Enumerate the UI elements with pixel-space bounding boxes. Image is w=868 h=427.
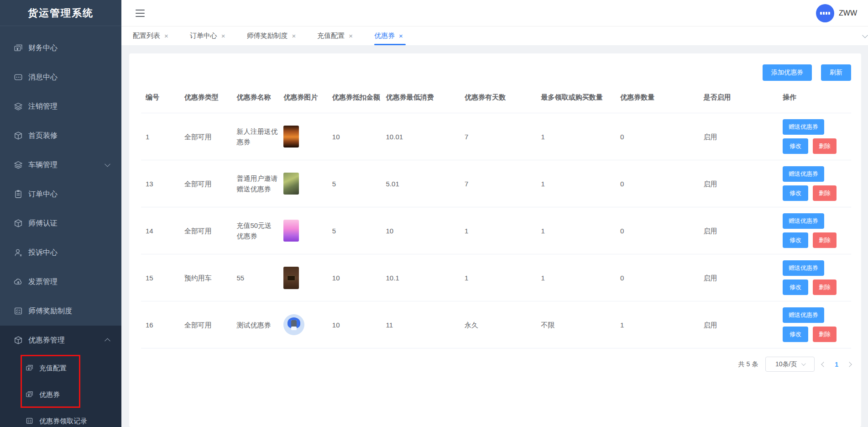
sidebar-item-label: 投诉中心 <box>28 248 58 258</box>
col-header-enabled: 是否启用 <box>704 92 783 102</box>
sidebar-item-message-center[interactable]: 消息中心 <box>0 63 121 92</box>
refresh-button[interactable]: 刷新 <box>821 64 851 81</box>
sidebar-item-vehicle-management[interactable]: 车辆管理 <box>0 150 121 179</box>
sidebar-item-label: 财务中心 <box>28 43 58 53</box>
table-row: 1 全部可用 新人注册送优惠券 10 10.01 7 1 0 启用 赠送优惠券 … <box>141 113 851 160</box>
tab-coupon-active[interactable]: 优惠券 × <box>374 26 403 45</box>
cell-deduct: 5 <box>332 179 386 189</box>
cell-max: 不限 <box>541 320 621 330</box>
next-page-button[interactable] <box>847 362 852 367</box>
cell-qty: 1 <box>620 320 703 330</box>
pagination: 共 5 条 10条/页 1 <box>141 357 851 372</box>
gift-coupon-button[interactable]: 赠送优惠券 <box>783 260 824 276</box>
cube-icon <box>13 131 23 141</box>
tab-config-list[interactable]: 配置列表 × <box>133 26 168 45</box>
delete-button[interactable]: 删除 <box>813 327 837 342</box>
sidebar-item-label: 订单中心 <box>28 190 58 199</box>
chevron-down-icon[interactable] <box>862 32 868 38</box>
cell-name: 普通用户邀请赠送优惠券 <box>236 173 283 194</box>
cell-type: 预约用车 <box>184 273 237 283</box>
close-icon[interactable]: × <box>292 32 296 39</box>
sidebar-subitem-coupon-claim-records[interactable]: 优惠券领取记录 <box>0 408 121 427</box>
edit-button[interactable]: 修改 <box>783 138 808 154</box>
delete-button[interactable]: 删除 <box>813 232 837 248</box>
coupon-card: 添加优惠券 刷新 编号 优惠券类型 优惠券名称 优惠券图片 优惠券抵扣金额 优惠… <box>129 53 861 427</box>
gift-coupon-button[interactable]: 赠送优惠券 <box>783 166 824 182</box>
cell-id: 14 <box>141 226 184 236</box>
cell-name: 充值50元送优惠券 <box>236 220 283 241</box>
sidebar-subitem-coupon[interactable]: 优惠券 <box>0 381 121 408</box>
sidebar-item-home-decorate[interactable]: 首页装修 <box>0 121 121 150</box>
gift-coupon-button[interactable]: 赠送优惠券 <box>783 307 824 323</box>
edit-button[interactable]: 修改 <box>783 185 808 201</box>
delete-button[interactable]: 删除 <box>813 279 837 295</box>
finance-card-icon <box>26 390 34 399</box>
cell-days: 1 <box>465 226 541 236</box>
checklist-icon <box>26 417 34 425</box>
sidebar-item-label: 注销管理 <box>28 102 58 111</box>
sidebar-item-order-center[interactable]: 订单中心 <box>0 179 121 209</box>
layers-icon <box>13 101 23 111</box>
cell-deduct: 10 <box>332 132 386 142</box>
user-menu[interactable]: ZWW <box>816 4 857 22</box>
cell-enabled: 启用 <box>704 179 783 189</box>
app-title: 货运管理系统 <box>0 0 121 26</box>
tab-master-reward[interactable]: 师傅奖励制度 × <box>247 26 296 45</box>
cell-max: 1 <box>541 132 621 142</box>
sidebar-item-finance-center[interactable]: 财务中心 <box>0 33 121 63</box>
cell-enabled: 启用 <box>704 132 783 142</box>
cell-type: 全部可用 <box>184 226 237 236</box>
prev-page-button[interactable] <box>821 362 826 367</box>
table-row: 15 预约用车 55 10 10.1 1 1 0 启用 赠送优惠券 修改 删除 <box>141 254 851 301</box>
edit-button[interactable]: 修改 <box>783 279 808 295</box>
edit-button[interactable]: 修改 <box>783 327 808 342</box>
table-header-row: 编号 优惠券类型 优惠券名称 优惠券图片 优惠券抵扣金额 优惠券最低消费 优惠券… <box>141 81 851 113</box>
cell-max: 1 <box>541 226 621 236</box>
cell-deduct: 5 <box>332 226 386 236</box>
avatar <box>816 4 834 22</box>
sidebar-subitem-label: 充值配置 <box>39 364 67 373</box>
delete-button[interactable]: 删除 <box>813 138 837 154</box>
delete-button[interactable]: 删除 <box>813 185 837 201</box>
cell-days: 1 <box>465 273 541 283</box>
tab-recharge-config[interactable]: 充值配置 × <box>317 26 353 45</box>
sidebar-item-label: 发票管理 <box>28 277 58 287</box>
sidebar-item-master-certification[interactable]: 师傅认证 <box>0 209 121 238</box>
sidebar-item-complaint-center[interactable]: 投诉中心 <box>0 238 121 267</box>
page-size-select[interactable]: 10条/页 <box>765 357 815 372</box>
sidebar-item-label: 车辆管理 <box>28 160 58 170</box>
close-icon[interactable]: × <box>349 32 353 39</box>
tab-order-center[interactable]: 订单中心 × <box>190 26 225 45</box>
close-icon[interactable]: × <box>221 32 225 39</box>
cell-min: 5.01 <box>386 179 465 189</box>
add-coupon-button[interactable]: 添加优惠券 <box>763 64 812 81</box>
cube-icon <box>13 335 23 345</box>
sidebar-group-coupon-management: 优惠券管理 充值配置 优惠券 <box>0 326 121 427</box>
cell-qty: 0 <box>620 132 703 142</box>
close-icon[interactable]: × <box>399 32 403 39</box>
sidebar-item-cancel-management[interactable]: 注销管理 <box>0 92 121 121</box>
tab-label: 充值配置 <box>317 32 345 40</box>
cell-deduct: 10 <box>332 320 386 330</box>
finance-card-icon <box>13 43 23 53</box>
cell-name: 新人注册送优惠券 <box>236 126 283 147</box>
close-icon[interactable]: × <box>164 32 168 39</box>
col-header-image: 优惠券图片 <box>283 92 332 102</box>
hamburger-menu-icon[interactable] <box>136 10 145 17</box>
cell-enabled: 启用 <box>704 320 783 330</box>
edit-button[interactable]: 修改 <box>783 232 808 248</box>
cloud-upload-icon <box>13 277 23 287</box>
gift-coupon-button[interactable]: 赠送优惠券 <box>783 213 824 229</box>
gift-coupon-button[interactable]: 赠送优惠券 <box>783 119 824 135</box>
current-page[interactable]: 1 <box>833 361 840 368</box>
toolbar: 添加优惠券 刷新 <box>141 64 851 81</box>
sidebar-item-label: 首页装修 <box>28 131 58 141</box>
sidebar-item-invoice-management[interactable]: 发票管理 <box>0 267 121 296</box>
layers-icon <box>13 160 23 170</box>
sidebar: 货运管理系统 财务中心 消息中心 注销管理 <box>0 0 121 427</box>
sidebar-item-label: 师傅奖励制度 <box>28 306 72 316</box>
table-row: 13 全部可用 普通用户邀请赠送优惠券 5 5.01 7 1 0 启用 赠送优惠… <box>141 160 851 207</box>
sidebar-item-master-reward[interactable]: 师傅奖励制度 <box>0 296 121 326</box>
sidebar-item-coupon-management[interactable]: 优惠券管理 <box>0 326 121 355</box>
sidebar-subitem-recharge-config[interactable]: 充值配置 <box>0 355 121 381</box>
